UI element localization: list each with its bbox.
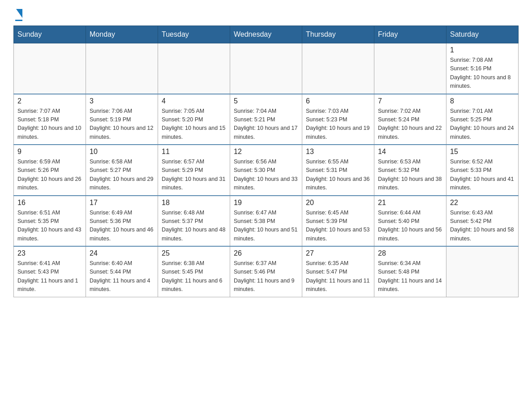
day-info: Sunrise: 7:06 AM Sunset: 5:19 PM Dayligh…	[90, 107, 154, 142]
day-number: 13	[306, 148, 370, 156]
calendar-cell: 20Sunrise: 6:45 AM Sunset: 5:39 PM Dayli…	[302, 196, 374, 247]
calendar-table: SundayMondayTuesdayWednesdayThursdayFrid…	[13, 26, 519, 297]
calendar-cell	[446, 246, 519, 297]
day-number: 23	[17, 249, 82, 257]
calendar-body: 1Sunrise: 7:08 AM Sunset: 5:16 PM Daylig…	[14, 43, 519, 297]
day-number: 5	[234, 97, 298, 105]
day-info: Sunrise: 6:59 AM Sunset: 5:26 PM Dayligh…	[17, 158, 82, 193]
logo	[13, 9, 22, 21]
day-info: Sunrise: 6:44 AM Sunset: 5:40 PM Dayligh…	[378, 209, 442, 244]
day-number: 4	[162, 97, 226, 105]
day-number: 19	[234, 199, 298, 207]
day-number: 10	[90, 148, 154, 156]
weekday-header-wednesday: Wednesday	[230, 26, 302, 43]
calendar-cell: 23Sunrise: 6:41 AM Sunset: 5:43 PM Dayli…	[14, 246, 86, 297]
calendar-cell: 8Sunrise: 7:01 AM Sunset: 5:25 PM Daylig…	[446, 94, 519, 145]
calendar-week-row: 2Sunrise: 7:07 AM Sunset: 5:18 PM Daylig…	[14, 94, 519, 145]
day-info: Sunrise: 6:56 AM Sunset: 5:30 PM Dayligh…	[234, 158, 298, 193]
calendar-cell: 19Sunrise: 6:47 AM Sunset: 5:38 PM Dayli…	[230, 196, 302, 247]
day-number: 11	[162, 148, 226, 156]
calendar-cell	[302, 43, 374, 94]
day-info: Sunrise: 7:01 AM Sunset: 5:25 PM Dayligh…	[450, 107, 515, 142]
day-number: 14	[378, 148, 442, 156]
day-number: 8	[450, 97, 515, 105]
day-info: Sunrise: 6:57 AM Sunset: 5:29 PM Dayligh…	[162, 158, 226, 193]
calendar-cell: 11Sunrise: 6:57 AM Sunset: 5:29 PM Dayli…	[158, 145, 230, 196]
weekday-header-thursday: Thursday	[302, 26, 374, 43]
day-info: Sunrise: 6:38 AM Sunset: 5:45 PM Dayligh…	[162, 259, 226, 294]
weekday-header-friday: Friday	[374, 26, 446, 43]
day-info: Sunrise: 6:40 AM Sunset: 5:44 PM Dayligh…	[90, 259, 154, 294]
calendar-week-row: 9Sunrise: 6:59 AM Sunset: 5:26 PM Daylig…	[14, 145, 519, 196]
calendar-cell: 13Sunrise: 6:55 AM Sunset: 5:31 PM Dayli…	[302, 145, 374, 196]
day-info: Sunrise: 7:08 AM Sunset: 5:16 PM Dayligh…	[450, 56, 515, 91]
day-number: 2	[17, 97, 82, 105]
day-info: Sunrise: 6:58 AM Sunset: 5:27 PM Dayligh…	[90, 158, 154, 193]
calendar-cell: 17Sunrise: 6:49 AM Sunset: 5:36 PM Dayli…	[86, 196, 158, 247]
day-number: 28	[378, 249, 442, 257]
calendar-cell: 6Sunrise: 7:03 AM Sunset: 5:23 PM Daylig…	[302, 94, 374, 145]
weekday-header-saturday: Saturday	[446, 26, 519, 43]
calendar-cell	[14, 43, 86, 94]
page-header	[13, 9, 519, 21]
day-info: Sunrise: 6:41 AM Sunset: 5:43 PM Dayligh…	[17, 259, 82, 294]
day-number: 12	[234, 148, 298, 156]
day-info: Sunrise: 6:45 AM Sunset: 5:39 PM Dayligh…	[306, 209, 370, 244]
calendar-cell: 26Sunrise: 6:37 AM Sunset: 5:46 PM Dayli…	[230, 246, 302, 297]
calendar-cell	[374, 43, 446, 94]
day-info: Sunrise: 6:35 AM Sunset: 5:47 PM Dayligh…	[306, 259, 370, 294]
day-info: Sunrise: 6:55 AM Sunset: 5:31 PM Dayligh…	[306, 158, 370, 193]
day-number: 25	[162, 249, 226, 257]
calendar-cell: 9Sunrise: 6:59 AM Sunset: 5:26 PM Daylig…	[14, 145, 86, 196]
day-number: 26	[234, 249, 298, 257]
calendar-cell: 27Sunrise: 6:35 AM Sunset: 5:47 PM Dayli…	[302, 246, 374, 297]
day-number: 22	[450, 199, 515, 207]
logo-triangle-icon	[16, 9, 22, 18]
calendar-week-row: 16Sunrise: 6:51 AM Sunset: 5:35 PM Dayli…	[14, 196, 519, 247]
calendar-cell: 3Sunrise: 7:06 AM Sunset: 5:19 PM Daylig…	[86, 94, 158, 145]
day-info: Sunrise: 6:51 AM Sunset: 5:35 PM Dayligh…	[17, 209, 82, 244]
day-number: 24	[90, 249, 154, 257]
day-number: 21	[378, 199, 442, 207]
weekday-header-tuesday: Tuesday	[158, 26, 230, 43]
day-number: 16	[17, 199, 82, 207]
calendar-cell: 10Sunrise: 6:58 AM Sunset: 5:27 PM Dayli…	[86, 145, 158, 196]
day-info: Sunrise: 7:04 AM Sunset: 5:21 PM Dayligh…	[234, 107, 298, 142]
day-number: 7	[378, 97, 442, 105]
day-info: Sunrise: 7:02 AM Sunset: 5:24 PM Dayligh…	[378, 107, 442, 142]
day-info: Sunrise: 6:34 AM Sunset: 5:48 PM Dayligh…	[378, 259, 442, 294]
day-number: 27	[306, 249, 370, 257]
calendar-cell	[158, 43, 230, 94]
day-number: 18	[162, 199, 226, 207]
calendar-cell: 4Sunrise: 7:05 AM Sunset: 5:20 PM Daylig…	[158, 94, 230, 145]
day-info: Sunrise: 7:07 AM Sunset: 5:18 PM Dayligh…	[17, 107, 82, 142]
calendar-cell: 2Sunrise: 7:07 AM Sunset: 5:18 PM Daylig…	[14, 94, 86, 145]
day-info: Sunrise: 7:05 AM Sunset: 5:20 PM Dayligh…	[162, 107, 226, 142]
calendar-week-row: 23Sunrise: 6:41 AM Sunset: 5:43 PM Dayli…	[14, 246, 519, 297]
day-info: Sunrise: 6:53 AM Sunset: 5:32 PM Dayligh…	[378, 158, 442, 193]
day-info: Sunrise: 6:48 AM Sunset: 5:37 PM Dayligh…	[162, 209, 226, 244]
day-number: 15	[450, 148, 515, 156]
day-number: 6	[306, 97, 370, 105]
calendar-cell: 16Sunrise: 6:51 AM Sunset: 5:35 PM Dayli…	[14, 196, 86, 247]
day-info: Sunrise: 6:37 AM Sunset: 5:46 PM Dayligh…	[234, 259, 298, 294]
weekday-header-row: SundayMondayTuesdayWednesdayThursdayFrid…	[14, 26, 519, 43]
calendar-cell: 18Sunrise: 6:48 AM Sunset: 5:37 PM Dayli…	[158, 196, 230, 247]
day-number: 1	[450, 46, 515, 54]
calendar-cell: 21Sunrise: 6:44 AM Sunset: 5:40 PM Dayli…	[374, 196, 446, 247]
day-info: Sunrise: 6:47 AM Sunset: 5:38 PM Dayligh…	[234, 209, 298, 244]
calendar-cell	[230, 43, 302, 94]
day-number: 17	[90, 199, 154, 207]
calendar-cell: 12Sunrise: 6:56 AM Sunset: 5:30 PM Dayli…	[230, 145, 302, 196]
calendar-cell	[86, 43, 158, 94]
logo-underline	[15, 20, 22, 21]
calendar-cell: 28Sunrise: 6:34 AM Sunset: 5:48 PM Dayli…	[374, 246, 446, 297]
calendar-cell: 14Sunrise: 6:53 AM Sunset: 5:32 PM Dayli…	[374, 145, 446, 196]
calendar-cell: 5Sunrise: 7:04 AM Sunset: 5:21 PM Daylig…	[230, 94, 302, 145]
day-info: Sunrise: 7:03 AM Sunset: 5:23 PM Dayligh…	[306, 107, 370, 142]
calendar-cell: 22Sunrise: 6:43 AM Sunset: 5:42 PM Dayli…	[446, 196, 519, 247]
calendar-cell: 7Sunrise: 7:02 AM Sunset: 5:24 PM Daylig…	[374, 94, 446, 145]
calendar-cell: 15Sunrise: 6:52 AM Sunset: 5:33 PM Dayli…	[446, 145, 519, 196]
calendar-cell: 1Sunrise: 7:08 AM Sunset: 5:16 PM Daylig…	[446, 43, 519, 94]
calendar-week-row: 1Sunrise: 7:08 AM Sunset: 5:16 PM Daylig…	[14, 43, 519, 94]
